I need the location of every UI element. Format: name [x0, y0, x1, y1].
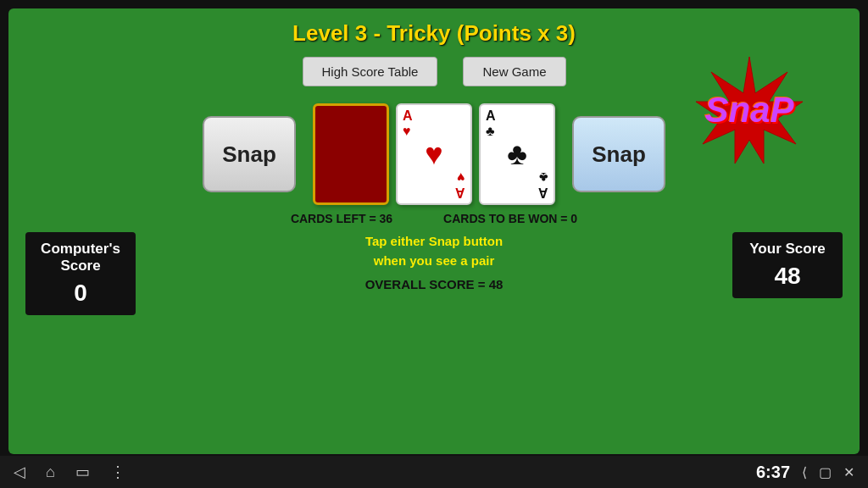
card2-center: ♣ [507, 136, 527, 172]
deck-card [313, 103, 389, 205]
card2-rank-top: A♣ [486, 108, 496, 138]
snap-left-button[interactable]: Snap [203, 116, 296, 192]
snap-right-button[interactable]: Snap [572, 116, 665, 192]
your-score-box: Your Score 48 [732, 232, 843, 298]
your-score-value: 48 [748, 263, 827, 290]
computer-score-value: 0 [41, 280, 120, 307]
snap-burst-label: SnaP [704, 90, 793, 130]
high-score-button[interactable]: High Score Table [303, 57, 438, 86]
overall-score: OVERALL SCORE = 48 [136, 277, 732, 291]
android-right: 6:37 ⟨ ▢ ✕ [756, 463, 854, 482]
cards-info: CARDS LEFT = 36 CARDS TO BE WON = 0 [291, 212, 577, 225]
close-icon[interactable]: ✕ [843, 464, 854, 480]
scores-row: Computer'sScore 0 Tap either Snap button… [8, 232, 860, 315]
card1-rank-top: A♥ [403, 108, 413, 138]
computer-score-box: Computer'sScore 0 [25, 232, 136, 315]
cards-area: A♥ ♥ A♥ A♣ ♣ A♣ [313, 103, 555, 205]
play-card-1: A♥ ♥ A♥ [396, 103, 472, 205]
share-icon: ⟨ [802, 464, 807, 480]
back-icon[interactable]: ◁ [14, 463, 25, 481]
new-game-button[interactable]: New Game [463, 57, 565, 86]
clock: 6:37 [756, 463, 790, 482]
android-nav: ◁ ⌂ ▭ ⋮ [14, 463, 125, 481]
recents-icon[interactable]: ▭ [75, 463, 90, 481]
menu-icon[interactable]: ⋮ [110, 463, 125, 481]
home-icon[interactable]: ⌂ [46, 463, 55, 481]
center-messages: Tap either Snap buttonwhen you see a pai… [136, 232, 732, 291]
your-score-label: Your Score [748, 241, 827, 258]
cards-left-label: CARDS LEFT = 36 [291, 212, 392, 225]
card1-center: ♥ [425, 136, 442, 172]
android-bar: ◁ ⌂ ▭ ⋮ 6:37 ⟨ ▢ ✕ [0, 456, 868, 488]
game-title: Level 3 - Tricky (Points x 3) [292, 20, 576, 47]
game-area: Level 3 - Tricky (Points x 3) High Score… [8, 8, 860, 454]
screen-icon: ▢ [819, 464, 832, 480]
cards-to-win-label: CARDS TO BE WON = 0 [443, 212, 577, 225]
card2-rank-bottom: A♣ [538, 170, 548, 200]
card1-rank-bottom: A♥ [455, 170, 465, 200]
computer-score-label: Computer'sScore [41, 241, 120, 274]
button-row: High Score Table New Game [303, 57, 566, 86]
tap-message: Tap either Snap buttonwhen you see a pai… [136, 232, 732, 270]
play-card-2: A♣ ♣ A♣ [479, 103, 555, 205]
